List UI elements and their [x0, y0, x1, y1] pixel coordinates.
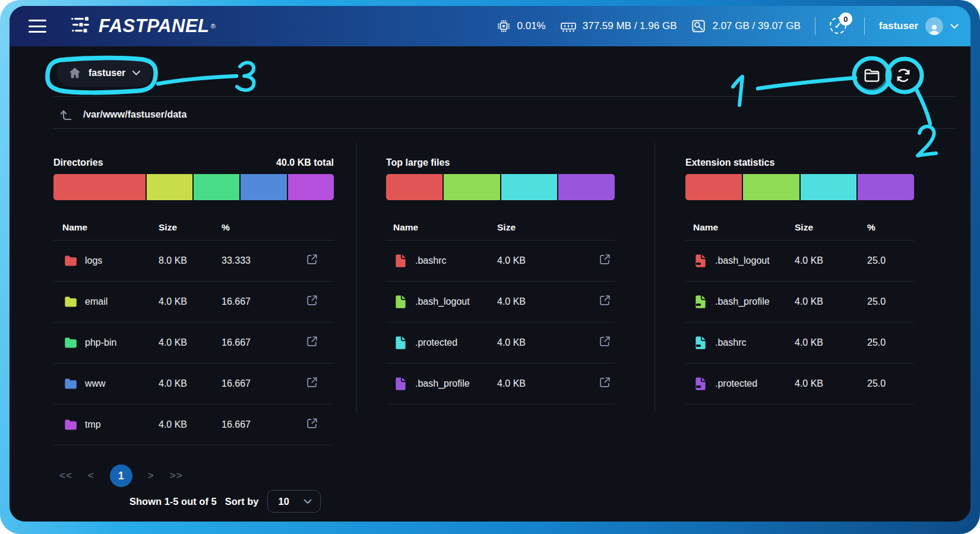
- table-row: logs 8.0 KB 33.333: [53, 241, 334, 282]
- file-icon: [393, 294, 408, 309]
- divider: [815, 17, 815, 35]
- brand-name: FASTPANEL®: [99, 16, 216, 36]
- disk-icon: [691, 18, 706, 34]
- path-bar: /var/www/fastuser/data: [59, 102, 186, 127]
- external-link-icon[interactable]: [305, 376, 318, 389]
- row-size: 4.0 KB: [497, 296, 578, 307]
- external-link-icon[interactable]: [598, 335, 611, 348]
- col-size: Size: [795, 222, 867, 233]
- folder-icon: [62, 417, 78, 432]
- directories-panel: Directories 40.0 KB total Name Size % lo…: [53, 157, 334, 445]
- panel-total: 40.0 KB total: [276, 157, 334, 168]
- prev-page-button[interactable]: <: [88, 470, 94, 482]
- divider: [53, 128, 956, 129]
- bar-segment: [685, 174, 742, 200]
- row-percent: 25.0: [867, 337, 914, 348]
- table-row: .protected 4.0 KB 25.0: [685, 364, 914, 405]
- pagination-summary: Shown 1-5 out of 5: [129, 496, 217, 507]
- file-minus-icon: [693, 335, 708, 350]
- account-name: fastuser: [88, 68, 125, 78]
- file-icon: [393, 253, 408, 268]
- row-size: 4.0 KB: [795, 378, 867, 389]
- row-name: .protected: [715, 378, 757, 389]
- bar-segment: [444, 174, 500, 200]
- external-link-icon[interactable]: [305, 417, 318, 430]
- sort-by-label: Sort by: [225, 496, 259, 507]
- extension-statistics-panel: Extension statistics Name Size % .bash_l…: [685, 157, 914, 405]
- row-percent: 16.667: [222, 337, 285, 348]
- external-link-icon[interactable]: [305, 335, 318, 348]
- external-link-icon[interactable]: [598, 253, 611, 266]
- row-percent: 16.667: [222, 296, 285, 307]
- panel-title: Extension statistics: [685, 157, 774, 168]
- account-selector[interactable]: fastuser: [56, 59, 152, 87]
- pagination: << < 1 > >>: [59, 465, 183, 487]
- first-page-button[interactable]: <<: [59, 470, 72, 482]
- pagination-summary-row: Shown 1-5 out of 5 Sort by 10: [129, 490, 321, 513]
- table-row: email 4.0 KB 16.667: [53, 282, 334, 323]
- row-size: 4.0 KB: [497, 378, 578, 389]
- external-link-icon[interactable]: [598, 294, 611, 307]
- ram-icon: [560, 18, 577, 34]
- file-icon: [393, 376, 408, 391]
- folder-icon: [62, 376, 78, 391]
- table-row: .bashrc 4.0 KB: [386, 241, 615, 282]
- file-icon: [393, 335, 408, 350]
- row-name: www: [85, 378, 106, 389]
- bar-segment: [194, 174, 239, 200]
- file-minus-icon: [693, 294, 708, 309]
- col-percent: %: [222, 222, 285, 233]
- table-header: Name Size %: [685, 215, 914, 241]
- divider: [864, 17, 865, 35]
- column-divider: [356, 143, 357, 413]
- file-minus-icon: [693, 253, 708, 268]
- file-minus-icon: [693, 376, 708, 391]
- avatar: [925, 17, 943, 35]
- col-size: Size: [497, 222, 578, 233]
- current-page-button[interactable]: 1: [110, 465, 132, 487]
- row-size: 4.0 KB: [795, 255, 867, 266]
- current-path: /var/www/fastuser/data: [83, 109, 186, 120]
- app-panel: FASTPANEL® 0.01%: [10, 6, 970, 522]
- top-bar: FASTPANEL® 0.01%: [10, 6, 970, 46]
- file-manager-button[interactable]: [862, 66, 881, 85]
- external-link-icon[interactable]: [305, 294, 318, 307]
- row-name: .bash_logout: [415, 296, 470, 307]
- external-link-icon[interactable]: [598, 376, 611, 389]
- refresh-icon: [894, 67, 912, 84]
- up-directory-icon[interactable]: [59, 108, 74, 122]
- row-size: 4.0 KB: [159, 378, 222, 389]
- cpu-stat: 0.01%: [496, 18, 546, 34]
- row-name: php-bin: [85, 337, 116, 348]
- disk-stat: 2.07 GB / 39.07 GB: [691, 18, 800, 34]
- table-row: php-bin 4.0 KB 16.667: [53, 323, 334, 364]
- bar-segment: [743, 174, 799, 200]
- table-row: .bash_profile 4.0 KB 25.0: [685, 282, 914, 323]
- cpu-icon: [496, 18, 511, 34]
- refresh-button[interactable]: [894, 66, 913, 85]
- server-stats: 0.01% 377.59 MB / 1.96 GB: [496, 16, 959, 36]
- bar-segment: [386, 174, 442, 200]
- col-percent: %: [867, 222, 914, 233]
- files-usage-bar: [386, 174, 615, 200]
- hamburger-menu-icon[interactable]: [29, 20, 46, 33]
- table-header: Name Size: [386, 215, 615, 241]
- user-menu[interactable]: fastuser: [879, 17, 959, 35]
- row-size: 8.0 KB: [159, 255, 222, 266]
- per-page-select[interactable]: 10: [267, 490, 321, 513]
- col-size: Size: [159, 222, 222, 233]
- table-row: .bashrc 4.0 KB 25.0: [685, 323, 914, 364]
- disk-value: 2.07 GB / 39.07 GB: [712, 20, 800, 32]
- table-row: .bash_logout 4.0 KB 25.0: [685, 241, 914, 282]
- last-page-button[interactable]: >>: [170, 470, 183, 482]
- col-name: Name: [693, 222, 795, 233]
- brand-logo[interactable]: FASTPANEL®: [70, 16, 216, 36]
- row-size: 4.0 KB: [159, 296, 222, 307]
- external-link-icon[interactable]: [305, 253, 318, 266]
- top-large-files-panel: Top large files Name Size .bashrc 4.0 KB…: [386, 157, 615, 405]
- row-percent: 16.667: [222, 378, 285, 389]
- next-page-button[interactable]: >: [148, 470, 154, 482]
- row-name: .protected: [415, 337, 457, 348]
- notifications-button[interactable]: ✓ 0: [830, 16, 850, 36]
- row-size: 4.0 KB: [497, 337, 578, 348]
